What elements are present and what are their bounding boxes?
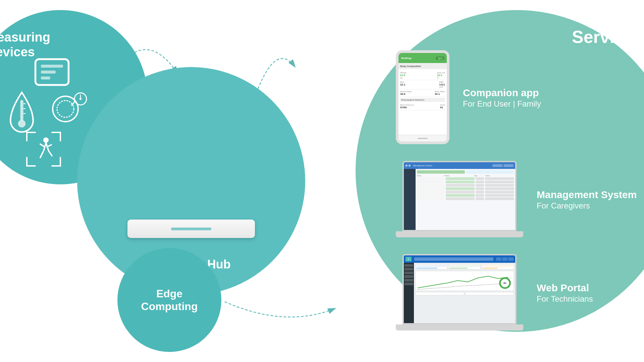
portal-icon-1: [405, 264, 413, 267]
portal-icon-6: [405, 283, 413, 285]
laptop-table-row-6: [417, 194, 514, 197]
svg-rect-6: [41, 76, 50, 79]
portal-content: 81: [404, 263, 515, 323]
management-system-title: Management System: [537, 188, 637, 201]
portal-icon-3: [405, 272, 413, 274]
service-label: Service: [572, 27, 634, 47]
laptop-main: Name Status Age Action: [416, 169, 515, 230]
companion-app-text: Companion app For End User | Family: [463, 86, 541, 109]
laptop-content: Name Status Age Action: [404, 169, 515, 230]
laptop-base-2: [396, 324, 523, 330]
web-portal-subtitle: For Technicians: [537, 294, 593, 304]
svg-point-17: [43, 137, 49, 143]
companion-app-subtitle: For End User | Family: [463, 99, 541, 109]
service-circle: Service Readings Sync Body Composition W…: [356, 10, 644, 332]
motion-sensor-icon: [25, 131, 62, 168]
thermometer-icon: [7, 90, 37, 131]
phone-row-bp: Blood Pressure97/66 Pulse91: [400, 103, 445, 110]
laptop-sidebar: [404, 169, 416, 230]
laptop-table-row-5: [417, 191, 514, 193]
wellness-hub-device: [127, 220, 255, 238]
phone-row-bmi: BMI22.1 BMR1411LPR: [400, 80, 445, 89]
service-items-container: Readings Sync Body Composition Weight61.…: [396, 50, 637, 330]
laptop-table-row-3: [417, 184, 514, 187]
laptop-dot-1: [406, 165, 408, 167]
svg-rect-5: [41, 71, 56, 74]
web-portal-text: Web Portal For Technicians: [537, 281, 593, 304]
management-system-text: Management System For Caregivers: [537, 188, 637, 210]
portal-icon-4: [405, 275, 413, 278]
svg-rect-4: [41, 65, 63, 68]
portal-header: A: [404, 255, 515, 263]
laptop-table-row-7: [417, 197, 514, 200]
svg-point-13: [57, 101, 74, 117]
portal-icon-5: [405, 279, 413, 282]
phone-content: Weight61.6kg Body Fat32.4% BMI22.1 BMR14…: [398, 69, 447, 135]
management-system-subtitle: For Caregivers: [537, 201, 637, 210]
scale-icon: [34, 54, 70, 87]
laptop-table-row-4: [417, 187, 514, 190]
laptop-header: Management System: [404, 162, 515, 169]
laptop-table-row-1: [417, 177, 514, 180]
blood-pressure-icon: [50, 90, 87, 127]
web-portal-screenshot: A: [402, 254, 517, 324]
laptop-base-1: [396, 231, 523, 237]
laptop-dot-2: [409, 165, 411, 167]
phone-row-muscle: Muscle Mass38.9 Body Water30.1: [400, 89, 445, 97]
laptop-table-row-2: [417, 181, 514, 183]
management-system-item: Management System: [396, 161, 637, 237]
edge-computing-label: Edge Computing: [141, 287, 198, 313]
portal-chart: 81: [415, 271, 514, 291]
phone-header: Readings Sync: [398, 53, 447, 63]
companion-app-title: Companion app: [463, 86, 541, 99]
management-laptop-wrapper: Management System: [396, 161, 523, 237]
svg-rect-7: [20, 100, 23, 121]
portal-sidebar: [404, 263, 414, 323]
portal-main: 81: [414, 263, 515, 323]
web-portal-item: A: [396, 254, 637, 330]
portal-icon-2: [405, 268, 413, 270]
diagram-container: Measuring Devices: [0, 0, 644, 362]
portal-laptop-wrapper: A: [396, 254, 523, 330]
companion-app-screenshot: Readings Sync Body Composition Weight61.…: [396, 50, 449, 144]
svg-point-8: [18, 120, 26, 128]
edge-computing-circle: Edge Computing: [117, 248, 221, 352]
hub-device-bar: [171, 228, 211, 230]
web-portal-title: Web Portal: [537, 281, 593, 294]
svg-point-16: [79, 98, 82, 100]
management-system-screenshot: Management System: [402, 161, 517, 231]
companion-app-item: Readings Sync Body Composition Weight61.…: [396, 50, 637, 144]
phone-row-weight: Weight61.6kg Body Fat32.4%: [400, 71, 445, 80]
